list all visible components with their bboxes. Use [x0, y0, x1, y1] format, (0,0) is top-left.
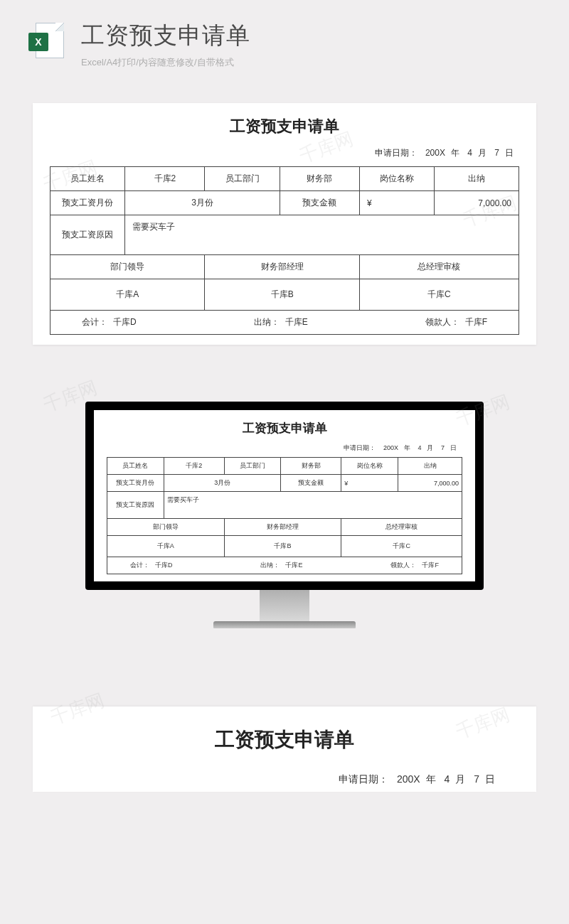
- monitor-base: [213, 621, 356, 628]
- value-gm-review: 千库C: [359, 279, 519, 311]
- application-table-monitor: 员工姓名 千库2 员工部门 财务部 岗位名称 出纳 预支工资月份 3月份 预支金…: [107, 457, 462, 557]
- form-preview-card: 工资预支申请单 申请日期： 200X年 4月 7日 员工姓名 千库2 员工部门 …: [33, 103, 536, 345]
- form-title-bottom: 工资预支申请单: [68, 726, 501, 753]
- label-emp-name: 员工姓名: [50, 167, 125, 191]
- value-advance-amount: 7,000.00: [435, 191, 519, 215]
- label-emp-dept: 员工部门: [205, 167, 280, 191]
- label-dept-leader: 部门领导: [50, 255, 205, 279]
- label-reason: 预支工资原因: [50, 215, 125, 255]
- header-text: 工资预支申请单 Excel/A4打印/内容随意修改/自带格式: [81, 20, 250, 69]
- form-footer-monitor: 会计：千库D 出纳：千库E 领款人：千库F: [107, 557, 462, 574]
- page-title: 工资预支申请单: [81, 20, 250, 52]
- application-date: 申请日期： 200X年 4月 7日: [50, 147, 519, 159]
- currency-symbol: ¥: [359, 191, 434, 215]
- value-emp-name: 千库2: [125, 167, 205, 191]
- label-gm-review: 总经理审核: [359, 255, 519, 279]
- form-title-monitor: 工资预支申请单: [107, 420, 462, 436]
- label-finance-mgr: 财务部经理: [205, 255, 359, 279]
- label-advance-month: 预支工资月份: [50, 191, 125, 215]
- value-reason: 需要买车子: [125, 215, 519, 255]
- monitor-screen: 工资预支申请单 申请日期： 200X年 4月 7日 员工姓名 千库2 员工部门 …: [85, 402, 484, 590]
- application-date-bottom: 申请日期： 200X年 4月 7日: [68, 773, 501, 786]
- value-dept-leader: 千库A: [50, 279, 205, 311]
- value-finance-mgr: 千库B: [205, 279, 359, 311]
- bottom-preview-card: 工资预支申请单 申请日期： 200X年 4月 7日: [33, 707, 536, 792]
- form-footer: 会计：千库D 出纳：千库E 领款人：千库F: [50, 311, 519, 335]
- page-subtitle: Excel/A4打印/内容随意修改/自带格式: [81, 56, 250, 69]
- value-emp-dept: 财务部: [280, 167, 359, 191]
- excel-icon: X: [28, 23, 67, 61]
- form-title: 工资预支申请单: [50, 116, 519, 137]
- value-position: 出纳: [435, 167, 519, 191]
- application-table: 员工姓名 千库2 员工部门 财务部 岗位名称 出纳 预支工资月份 3月份 预支金…: [50, 166, 519, 311]
- label-advance-amount: 预支金额: [280, 191, 359, 215]
- monitor-stand: [260, 590, 309, 621]
- value-advance-month: 3月份: [125, 191, 280, 215]
- monitor-mockup: 工资预支申请单 申请日期： 200X年 4月 7日 员工姓名 千库2 员工部门 …: [85, 402, 484, 628]
- page-header: X 工资预支申请单 Excel/A4打印/内容随意修改/自带格式: [0, 0, 569, 82]
- label-position: 岗位名称: [359, 167, 434, 191]
- application-date-monitor: 申请日期： 200X年 4月 7日: [107, 444, 462, 453]
